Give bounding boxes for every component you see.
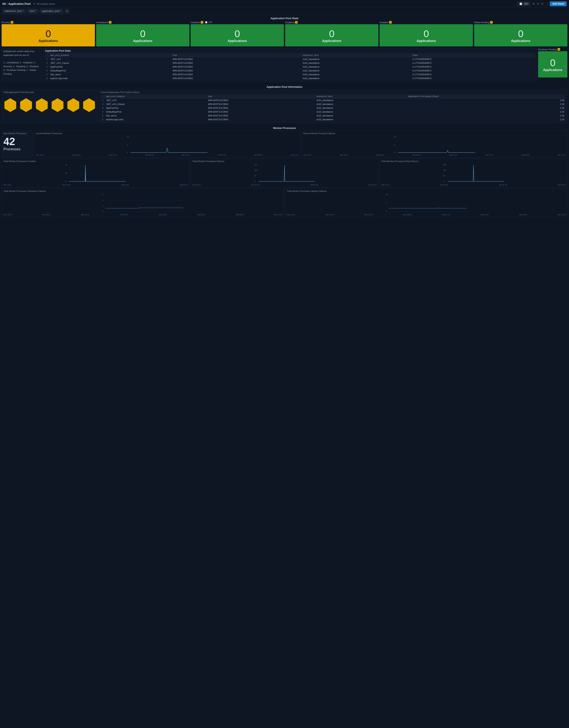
shutdown-card-label: Applications — [543, 68, 562, 72]
hexagon-6 — [82, 98, 96, 112]
table-row: 6asptest.viga.mobiWIN-EK9T1UC35NJiis10_s… — [101, 118, 566, 121]
settings-icon[interactable]: ⋮ — [545, 2, 550, 6]
worker-top-row: Max Worker Processes 42 Processes Curren… — [2, 131, 567, 157]
worker-section: Max Worker Processes 42 Processes Curren… — [0, 131, 569, 219]
shutdown-failures-title: Total Worker Processes Shutdown Failures — [3, 190, 282, 192]
created-x-labels: Dec 16 21 Dec 24 21 Jan 01 22 Jan 09 22 — [3, 184, 187, 186]
initialized-card: Initialized ! 🕐 -30D 0 Applications — [190, 21, 284, 46]
svg-text:0: 0 — [443, 180, 444, 182]
created-svg: 40 20 0 — [3, 163, 187, 183]
table-row: 5Site_demoWIN-EK9T1UC35NJiis10_standalon… — [45, 73, 535, 76]
shutdown-warn-icon: ! — [557, 48, 560, 51]
shutdown-count: 0 — [550, 58, 555, 68]
ping-failures-title: Total Worker Processes Ping Failures — [382, 160, 566, 162]
time-range-label: -30D — [523, 2, 528, 5]
svg-text:5: 5 — [386, 202, 387, 204]
table-row: 1.NET_v4.5WIN-EK9T1UC35NJiis10_standalon… — [101, 98, 566, 102]
running-card-label: Applications — [39, 39, 58, 43]
filter-application-pool[interactable]: application_pool * — [40, 9, 63, 13]
uninitialized-card: Uninitialized ! 0 Applications — [96, 21, 189, 46]
startup-failures-svg: 10 5 0 — [287, 193, 566, 213]
col-instance: app_pool_instance — [49, 53, 171, 57]
add-filter-button[interactable]: + — [65, 9, 69, 13]
svg-text:150: 150 — [254, 164, 257, 166]
initialized-card-label: Applications — [227, 39, 247, 43]
max-worker-unit: Processes — [3, 147, 31, 151]
shutdown-pending-card-body: 0 Applications — [538, 51, 567, 77]
table-row: 3AppPoolTestWIN-EK9T1UC35NJiis10_standal… — [101, 106, 566, 110]
svg-text:0: 0 — [65, 180, 66, 182]
mid-section: Indicates the current state of an applic… — [0, 48, 569, 83]
filter-webserver-farm[interactable]: webserver_farm * — [2, 9, 26, 13]
created-title: Total Worker Processes Created — [3, 160, 187, 162]
svg-text:5: 5 — [127, 144, 128, 146]
svg-text:2: 2 — [102, 205, 103, 207]
created-chart: Total Worker Processes Created 40 20 0 D… — [2, 159, 189, 187]
disabled-card-body: 0 Applications — [380, 24, 473, 46]
recent-failures-chart-area: 10 5 0 — [303, 135, 566, 154]
pool-state-table: app_pool_instance host webserver_farm St… — [45, 53, 535, 80]
failures-title: Total Worker Processes Failures — [192, 160, 377, 162]
uninitialized-label: Uninitialized — [96, 21, 108, 24]
shutdown-failures-svg: 6 4 2 0 — [3, 193, 282, 213]
startup-x-labels: Dec 16 21 Dec 20 21 Dec 24 21 Dec 28 21 … — [287, 214, 566, 216]
col-farm: webserver_farm — [302, 53, 411, 57]
svg-text:0: 0 — [127, 152, 128, 154]
recycles-panel: Total Application Pool Recycles — [2, 90, 98, 123]
initialized-label: Initialized — [190, 21, 200, 24]
shutdown-pending-card: Shutdown Pending ! 0 Applications — [538, 48, 567, 82]
filter-host[interactable]: host * — [27, 9, 38, 13]
svg-text:100: 100 — [254, 169, 257, 171]
svg-text:6: 6 — [102, 194, 103, 196]
current-worker-chart-area: 10 5 0 — [36, 135, 299, 154]
svg-text:50: 50 — [254, 175, 256, 177]
refresh-icon[interactable]: ↻ — [531, 2, 536, 6]
refresh-dropdown-icon[interactable]: ▾ — [536, 2, 540, 6]
disabled-count: 0 — [424, 29, 429, 39]
svg-text:20: 20 — [65, 172, 67, 174]
time-range-picker[interactable]: 🕐 -30D — [518, 2, 530, 6]
current-worker-title: Current Worker Processes — [36, 132, 299, 135]
info-panels-row: Total Application Pool Recycles Current … — [2, 90, 567, 123]
uninitialized-card-body: 0 Applications — [96, 24, 189, 46]
info-text: Indicates the current state of an applic… — [3, 49, 40, 57]
edit-icon[interactable]: ✎ — [32, 2, 37, 6]
ping-failures-svg: 150 100 50 0 — [382, 163, 566, 183]
recent-failures-x-labels: Dec 16 21 Dec 20 21 Dec 24 21 Dec 28 21 … — [303, 154, 566, 156]
hexagons-row — [3, 95, 96, 115]
svg-text:100: 100 — [443, 169, 446, 171]
page-title: IIS - Application Pool — [2, 2, 30, 5]
col-state: State — [411, 53, 535, 57]
startup-failures-title: Total Worker Processes Startup Failures — [287, 190, 566, 192]
delete-pending-card: Delete Pending ! 0 Applications — [474, 21, 567, 46]
failures-svg: 150 100 50 0 — [192, 163, 377, 183]
ut-col-instance: app_pool_instance — [105, 94, 207, 98]
recycles-title: Total Application Pool Recycles — [3, 91, 96, 93]
current-worker-x-labels: Dec 16 21 Dec 20 21 Dec 24 21 Dec 28 21 … — [36, 154, 299, 156]
app-pool-cards-row: Running ! 0 Applications Uninitialized !… — [0, 21, 569, 48]
disabling-label: Disabling — [285, 21, 294, 24]
pool-info-title: Application Pool Information — [0, 83, 569, 90]
save-status: All changes saved — [37, 3, 55, 5]
max-worker-value: 42 — [3, 136, 31, 147]
delete-pending-card-label: Applications — [511, 39, 530, 43]
delete-pending-warn-icon: ! — [490, 21, 493, 24]
uninitialized-warn-icon: ! — [109, 21, 111, 24]
running-label: Running — [2, 21, 10, 24]
col-num — [45, 53, 49, 57]
running-card: Running ! 0 Applications — [2, 21, 95, 46]
table-row: 2.NET_v4.5_ClassicWIN-EK9T1UC35NJiis10_s… — [45, 61, 535, 65]
hexagon-5 — [66, 98, 80, 112]
disabling-card-body: 0 Applications — [285, 24, 379, 46]
delete-pending-label: Delete Pending — [474, 21, 489, 24]
recent-failures-title: Recent Worker Process Failures — [303, 132, 566, 135]
filter-icon[interactable]: ☷ — [540, 2, 545, 6]
delete-pending-card-body: 0 Applications — [474, 24, 567, 46]
ping-failures-x-labels: Dec 16 21 Dec 24 21 Jan 01 22 Jan 09 22 — [382, 184, 566, 186]
table-row: 4DefaultAppPoolWIN-EK9T1UC35NJiis10_stan… — [45, 69, 535, 73]
disabled-card-label: Applications — [417, 39, 436, 43]
svg-text:10: 10 — [394, 136, 396, 138]
recent-failures-chart: Recent Worker Process Failures 10 5 0 De… — [302, 131, 568, 157]
current-worker-chart: Current Worker Processes 10 5 0 Dec 16 2… — [34, 131, 300, 157]
add-panel-button[interactable]: Add Panel — [550, 1, 567, 6]
